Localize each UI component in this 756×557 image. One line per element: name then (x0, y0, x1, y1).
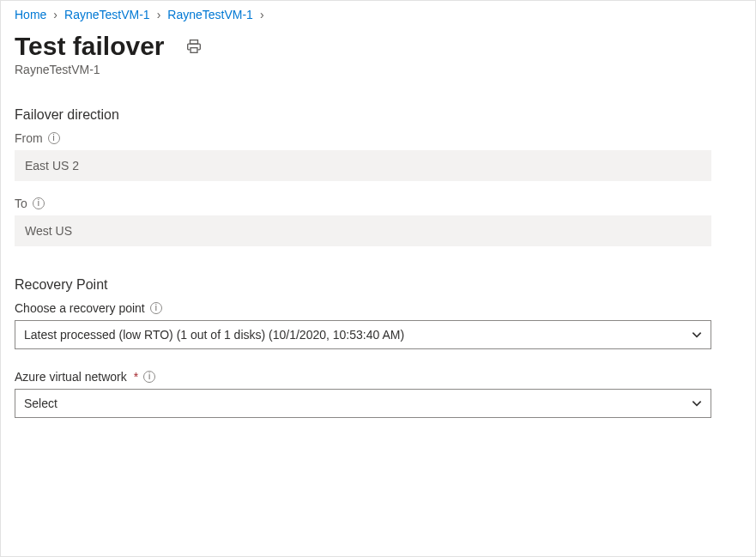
breadcrumb-link-vm1[interactable]: RayneTestVM-1 (64, 8, 150, 21)
section-failover-direction: Failover direction (15, 107, 741, 123)
chevron-right-icon: › (157, 8, 161, 21)
vnet-value: Select (24, 397, 57, 410)
from-label: From (15, 131, 43, 145)
breadcrumb-link-home[interactable]: Home (15, 8, 46, 21)
info-icon[interactable]: i (143, 371, 155, 383)
recovery-point-value: Latest processed (low RTO) (1 out of 1 d… (24, 328, 404, 342)
to-region-field: West US (15, 215, 711, 246)
required-indicator: * (134, 370, 138, 384)
vnet-select[interactable]: Select (15, 389, 711, 418)
chevron-right-icon: › (53, 8, 57, 21)
section-recovery-point: Recovery Point (15, 277, 741, 293)
page-title: Test failover (15, 32, 165, 61)
breadcrumb: Home › RayneTestVM-1 › RayneTestVM-1 › (15, 6, 741, 21)
chevron-right-icon: › (260, 8, 264, 21)
recovery-point-select[interactable]: Latest processed (low RTO) (1 out of 1 d… (15, 320, 711, 349)
breadcrumb-link-vm2[interactable]: RayneTestVM-1 (167, 8, 253, 21)
from-region-field: East US 2 (15, 150, 711, 181)
vnet-label: Azure virtual network (15, 370, 127, 384)
svg-rect-1 (191, 48, 197, 53)
info-icon[interactable]: i (150, 302, 162, 314)
print-icon (186, 39, 202, 54)
to-label: To (15, 197, 27, 210)
info-icon[interactable]: i (48, 132, 60, 144)
recovery-point-label: Choose a recovery point (15, 301, 145, 315)
info-icon[interactable]: i (33, 197, 45, 209)
page-subtitle: RayneTestVM-1 (15, 63, 741, 76)
print-button[interactable] (182, 34, 206, 58)
